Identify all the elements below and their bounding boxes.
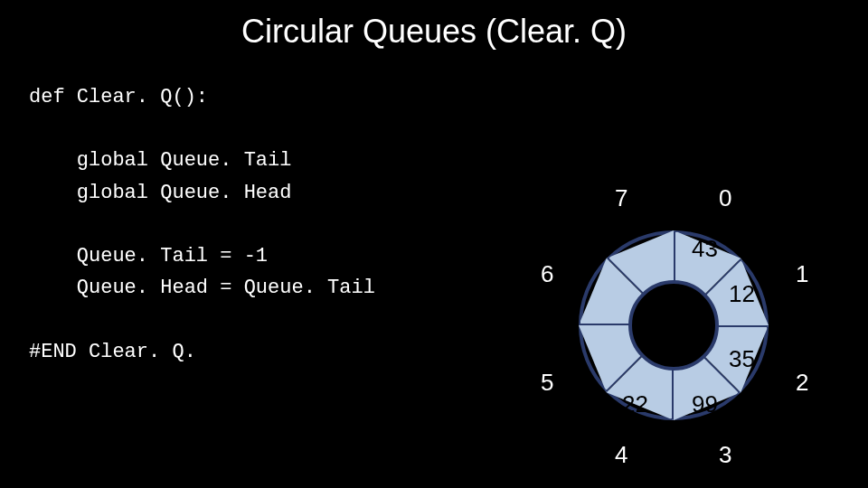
ring-diagram: 0 1 2 3 4 5 6 7 43 12 35 99 22 (515, 181, 832, 470)
code-line: global Queue. Head (29, 182, 291, 204)
code-line: Queue. Tail = -1 (29, 245, 268, 267)
cell-value: 12 (729, 280, 755, 308)
cell-value: 35 (729, 345, 755, 373)
ring-inner (628, 280, 719, 371)
slide: Circular Queues (Clear. Q) def Clear. Q(… (0, 0, 868, 488)
index-label: 5 (541, 369, 553, 397)
code-line: def Clear. Q(): (29, 86, 208, 108)
code-line: Queue. Head = Queue. Tail (29, 277, 375, 299)
index-label: 4 (615, 441, 627, 469)
cell-value: 22 (622, 390, 648, 418)
index-label: 2 (796, 369, 808, 397)
index-label: 1 (796, 260, 808, 288)
cell-value: 99 (692, 390, 718, 418)
code-block: def Clear. Q(): global Queue. Tail globa… (29, 81, 375, 368)
index-label: 3 (719, 441, 731, 469)
index-label: 7 (615, 184, 627, 212)
code-line: global Queue. Tail (29, 149, 291, 172)
index-label: 6 (541, 260, 553, 288)
cell-value: 43 (692, 235, 718, 263)
index-label: 0 (719, 184, 731, 212)
slide-title: Circular Queues (Clear. Q) (0, 0, 868, 51)
code-line: #END Clear. Q. (29, 341, 196, 363)
